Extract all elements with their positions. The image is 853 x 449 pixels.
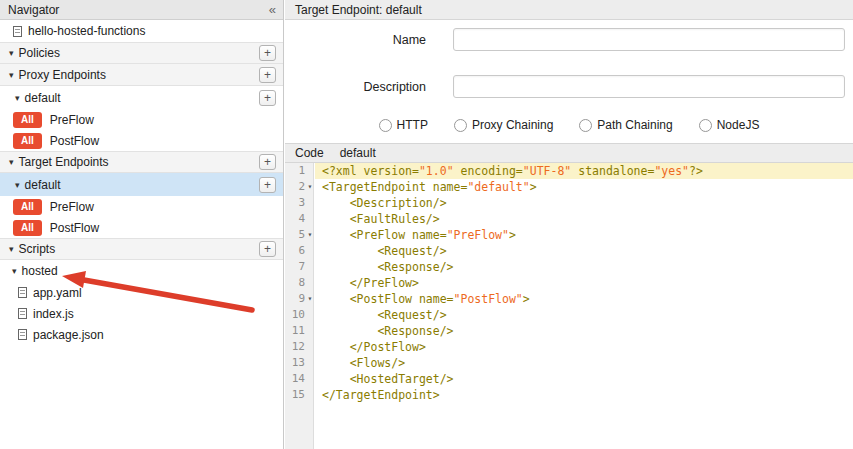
item-label: app.yaml	[33, 286, 82, 300]
code-line: 5▾ <PreFlow name="PreFlow">	[285, 227, 853, 243]
add-button[interactable]: +	[259, 177, 276, 193]
flow-condition-badge: All	[13, 112, 42, 128]
expand-arrow-icon[interactable]: ▾	[9, 48, 14, 58]
expand-arrow-icon[interactable]: ▾	[9, 244, 14, 254]
radio-path-chaining[interactable]: Path Chaining	[579, 118, 672, 132]
code-line: 14 <HostedTarget/>	[285, 371, 853, 387]
expand-arrow-icon[interactable]: ▾	[9, 70, 14, 80]
code-text[interactable]: <PreFlow name="PreFlow">	[315, 227, 853, 243]
code-line: 8 </PreFlow>	[285, 275, 853, 291]
code-text[interactable]: <FaultRules/>	[315, 211, 853, 227]
add-button[interactable]: +	[259, 45, 276, 61]
code-text[interactable]: <?xml version="1.0" encoding="UTF-8" sta…	[315, 163, 853, 179]
nav-section-target-endpoints[interactable]: ▾Target Endpoints+	[0, 151, 283, 173]
code-token: <Response/>	[322, 324, 454, 338]
description-label: Description	[285, 80, 453, 94]
code-text[interactable]: </TargetEndpoint>	[315, 387, 853, 403]
code-token: "PreFlow"	[447, 228, 509, 242]
file-icon	[18, 308, 27, 319]
radio-label: HTTP	[397, 118, 428, 132]
code-line: 1<?xml version="1.0" encoding="UTF-8" st…	[285, 163, 853, 179]
code-text[interactable]: </PreFlow>	[315, 275, 853, 291]
fold-toggle-icon[interactable]: ▾	[305, 291, 315, 307]
radio-circle-icon	[454, 119, 467, 132]
add-button[interactable]: +	[259, 241, 276, 257]
nav-node-default[interactable]: ▾default+	[0, 86, 283, 109]
item-label: hello-hosted-functions	[28, 24, 145, 38]
code-token: <Flows/>	[322, 356, 405, 370]
app: Navigator « hello-hosted-functions▾Polic…	[0, 0, 853, 449]
code-token: >	[523, 292, 530, 306]
code-token: <Request/>	[322, 308, 447, 322]
collapse-navigator-button[interactable]: «	[269, 2, 275, 17]
nav-rootfile-hello-hosted-functions[interactable]: hello-hosted-functions	[0, 20, 283, 42]
panel-header: Target Endpoint: default	[285, 0, 853, 20]
code-token: <FaultRules/>	[322, 212, 440, 226]
nav-section-proxy-endpoints[interactable]: ▾Proxy Endpoints+	[0, 64, 283, 86]
gutter-cell: 5▾	[285, 227, 315, 243]
code-token: <TargetEndpoint name=	[322, 180, 467, 194]
line-number: 7	[285, 259, 305, 275]
gutter-cell: 2▾	[285, 179, 315, 195]
code-text[interactable]: <Response/>	[315, 323, 853, 339]
code-panel-label: Code	[295, 146, 324, 160]
description-row: Description	[285, 75, 853, 98]
fold-toggle-icon[interactable]: ▾	[305, 179, 315, 195]
code-line: 13 <Flows/>	[285, 355, 853, 371]
gutter-cell: 1	[285, 163, 315, 179]
code-line: 2▾<TargetEndpoint name="default">	[285, 179, 853, 195]
file-icon	[18, 287, 27, 298]
name-label: Name	[285, 33, 453, 47]
nav-file-app-yaml[interactable]: app.yaml	[0, 282, 283, 303]
add-button[interactable]: +	[259, 67, 276, 83]
expand-arrow-icon[interactable]: ▾	[9, 157, 14, 167]
code-text[interactable]: <PostFlow name="PostFlow">	[315, 291, 853, 307]
navigator-title: Navigator	[8, 3, 59, 17]
code-editor[interactable]: 1<?xml version="1.0" encoding="UTF-8" st…	[285, 163, 853, 449]
add-button[interactable]: +	[259, 90, 276, 106]
description-input[interactable]	[453, 75, 845, 98]
expand-arrow-icon[interactable]: ▾	[15, 180, 20, 190]
nav-section-scripts[interactable]: ▾Scripts+	[0, 238, 283, 260]
code-text[interactable]: <TargetEndpoint name="default">	[315, 179, 853, 195]
name-input[interactable]	[453, 28, 845, 51]
item-label: Target Endpoints	[19, 155, 109, 169]
nav-flow-postflow[interactable]: AllPostFlow	[0, 130, 283, 151]
code-line: 4 <FaultRules/>	[285, 211, 853, 227]
radio-http[interactable]: HTTP	[379, 118, 428, 132]
nav-folder-hosted[interactable]: ▾hosted	[0, 260, 283, 282]
radio-circle-icon	[379, 119, 392, 132]
nav-node-default[interactable]: ▾default+	[0, 173, 283, 196]
code-text[interactable]: <HostedTarget/>	[315, 371, 853, 387]
code-text[interactable]: </PostFlow>	[315, 339, 853, 355]
add-button[interactable]: +	[259, 154, 276, 170]
nav-flow-postflow[interactable]: AllPostFlow	[0, 217, 283, 238]
gutter-cell: 12	[285, 339, 315, 355]
line-number: 14	[285, 371, 305, 387]
code-text[interactable]: <Flows/>	[315, 355, 853, 371]
expand-arrow-icon[interactable]: ▾	[12, 266, 17, 276]
gutter-cell: 7	[285, 259, 315, 275]
code-doc-label: default	[340, 146, 376, 160]
nav-section-policies[interactable]: ▾Policies+	[0, 42, 283, 64]
flow-condition-badge: All	[13, 220, 42, 236]
nav-flow-preflow[interactable]: AllPreFlow	[0, 109, 283, 130]
nav-file-package-json[interactable]: package.json	[0, 324, 283, 345]
expand-arrow-icon[interactable]: ▾	[15, 93, 20, 103]
line-number: 3	[285, 195, 305, 211]
gutter-cell: 11	[285, 323, 315, 339]
nav-file-index-js[interactable]: index.js	[0, 303, 283, 324]
nav-flow-preflow[interactable]: AllPreFlow	[0, 196, 283, 217]
code-text[interactable]: <Request/>	[315, 243, 853, 259]
code-token: <Description/>	[322, 196, 447, 210]
code-text[interactable]: <Response/>	[315, 259, 853, 275]
fold-toggle-icon[interactable]: ▾	[305, 227, 315, 243]
code-text[interactable]: <Description/>	[315, 195, 853, 211]
item-label: hosted	[22, 264, 58, 278]
code-token: "PostFlow"	[454, 292, 523, 306]
radio-proxy-chaining[interactable]: Proxy Chaining	[454, 118, 553, 132]
line-number: 11	[285, 323, 305, 339]
code-token: ?>	[689, 164, 703, 178]
code-text[interactable]: <Request/>	[315, 307, 853, 323]
radio-nodejs[interactable]: NodeJS	[699, 118, 760, 132]
